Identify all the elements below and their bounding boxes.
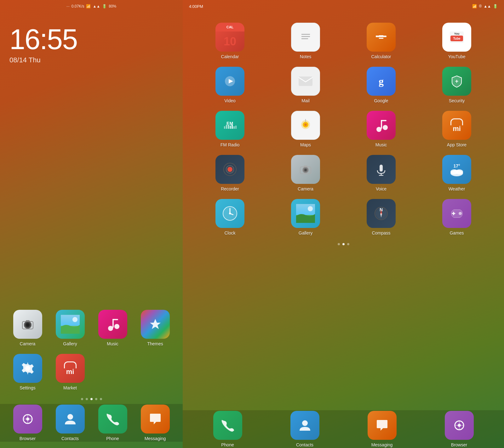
themes-icon <box>141 310 170 339</box>
app-mail[interactable]: Mail <box>268 63 343 107</box>
dot-1[interactable] <box>81 398 83 400</box>
google-icon: g <box>367 67 396 96</box>
svg-rect-37 <box>233 126 235 129</box>
right-dot-2[interactable] <box>342 243 345 245</box>
svg-rect-38 <box>235 126 237 129</box>
right-time: 4:00PM <box>189 4 203 9</box>
dock-phone[interactable]: Phone <box>96 401 129 445</box>
dot-4[interactable] <box>95 398 97 400</box>
right-dot-3[interactable] <box>347 243 349 245</box>
svg-point-76 <box>302 420 308 426</box>
youtube-icon: You Tube <box>442 23 471 52</box>
app-weather[interactable]: 17° Weather <box>419 151 495 195</box>
app-market[interactable]: mi Market <box>49 350 91 394</box>
phone-right-dock-icon <box>213 411 242 440</box>
phone-dock-icon <box>98 405 127 434</box>
right-dock-browser[interactable]: Browser <box>443 407 476 448</box>
games-label: Games <box>450 230 464 235</box>
app-voice[interactable]: Voice <box>343 151 419 195</box>
app-maps[interactable]: Maps <box>268 107 343 151</box>
calendar-label: Calendar <box>221 54 239 59</box>
app-gallery-right[interactable]: Gallery <box>268 195 343 239</box>
calendar-top: CAL <box>215 23 244 31</box>
app-notes[interactable]: Notes <box>268 19 343 63</box>
voice-label: Voice <box>376 186 387 191</box>
app-recorder[interactable]: Recorder <box>192 151 268 195</box>
svg-text:g: g <box>379 76 384 87</box>
app-youtube[interactable]: You Tube YouTube <box>419 19 495 63</box>
video-label: Video <box>224 98 236 103</box>
app-calendar[interactable]: CAL 10 Calendar <box>192 19 268 63</box>
svg-rect-45 <box>381 120 382 129</box>
dock-contacts[interactable]: Contacts <box>54 401 87 445</box>
left-app-grid: Camera <box>0 306 183 394</box>
security-label: Security <box>449 98 465 103</box>
contacts-dock-label: Contacts <box>61 436 79 441</box>
app-compass[interactable]: N Compass <box>343 195 419 239</box>
app-fm-radio[interactable]: FM FM Radio <box>192 107 268 151</box>
market-icon: mi <box>56 354 85 383</box>
app-store-label: App Store <box>447 142 467 147</box>
svg-rect-32 <box>224 126 225 129</box>
app-games[interactable]: Games <box>419 195 495 239</box>
app-security[interactable]: + Security <box>419 63 495 107</box>
app-music[interactable]: Music <box>91 306 134 350</box>
clock-time: 16:55 <box>9 25 173 54</box>
svg-text:17°: 17° <box>453 163 460 168</box>
svg-rect-34 <box>228 124 229 129</box>
app-google[interactable]: g Google <box>343 63 419 107</box>
app-gallery[interactable]: Gallery <box>49 306 91 350</box>
svg-text:You: You <box>454 32 459 35</box>
right-status-icons: 📶 ® ▲▲ 🔋 <box>472 4 498 9</box>
security-icon: + <box>442 67 471 96</box>
gallery-label: Gallery <box>63 341 77 346</box>
right-dock: Phone Contacts Messaging <box>183 410 504 448</box>
dot-2[interactable] <box>86 398 88 400</box>
right-app-grid: CAL 10 Calendar Notes <box>186 19 501 239</box>
svg-text:+: + <box>455 78 459 84</box>
phone-dock-label: Phone <box>106 436 119 441</box>
svg-rect-28 <box>299 77 312 86</box>
dock-browser[interactable]: Browser <box>11 401 44 445</box>
app-camera-right[interactable]: Camera <box>268 151 343 195</box>
camera-icon <box>13 310 42 339</box>
right-dock-messaging[interactable]: Messaging <box>366 407 398 448</box>
app-themes[interactable]: Themes <box>134 306 176 350</box>
clock-icon <box>215 199 244 228</box>
right-dock-contacts[interactable]: Contacts <box>289 407 321 448</box>
app-store[interactable]: mi App Store <box>419 107 495 151</box>
dot-5[interactable] <box>100 398 102 400</box>
svg-point-41 <box>304 123 307 126</box>
gallery-right-label: Gallery <box>299 230 312 235</box>
app-camera[interactable]: Camera <box>6 306 49 350</box>
svg-point-49 <box>227 167 232 172</box>
svg-rect-54 <box>380 165 383 172</box>
games-icon <box>442 199 471 228</box>
svg-rect-9 <box>112 319 114 328</box>
messaging-right-dock-label: Messaging <box>371 442 393 447</box>
recorder-label: Recorder <box>221 186 239 191</box>
app-settings[interactable]: Settings <box>6 350 49 394</box>
contacts-right-dock-icon <box>290 411 319 440</box>
right-dock-phone[interactable]: Phone <box>211 407 244 448</box>
notes-icon <box>291 23 320 52</box>
dock-messaging[interactable]: Messaging <box>139 401 172 445</box>
messaging-dock-icon <box>141 405 170 434</box>
browser-right-dock-label: Browser <box>451 442 467 447</box>
weather-icon: 17° <box>442 155 471 184</box>
left-apps-area: Camera <box>0 71 183 448</box>
settings-label: Settings <box>20 385 36 390</box>
right-dot-1[interactable] <box>338 243 340 245</box>
app-calculator[interactable]: = Calculator <box>343 19 419 63</box>
camera-label: Camera <box>20 341 36 346</box>
network-icon: ▲▲ <box>93 4 100 9</box>
app-music-right[interactable]: Music <box>343 107 419 151</box>
dot-3[interactable] <box>90 398 93 400</box>
speed-indicator: 0.07K/s <box>72 4 84 9</box>
right-signal-icon: ▲▲ <box>484 4 491 9</box>
fm-radio-label: FM Radio <box>220 142 240 147</box>
app-clock[interactable]: Clock <box>192 195 268 239</box>
app-video[interactable]: Video <box>192 63 268 107</box>
left-status-bar: ··· 0.07K/s 📶 ▲▲ 🔋 80% <box>0 0 183 13</box>
themes-label: Themes <box>147 341 163 346</box>
